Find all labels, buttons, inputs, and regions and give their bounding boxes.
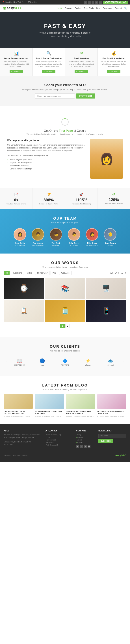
search-icon[interactable]: 🔍	[124, 7, 127, 10]
filter-print[interactable]: Print	[50, 271, 58, 275]
google-icon[interactable]: g+	[99, 1, 102, 4]
footer-logo[interactable]: easySEO	[116, 454, 126, 457]
avatar-1: 👩	[14, 228, 26, 241]
footer-company-contact[interactable]: Contact	[76, 441, 95, 444]
blog-card-4[interactable]: WEEKLY MEETING IN COMPANIES THINK ROOM B…	[97, 394, 126, 417]
footer-cat-5[interactable]: Web Columns (2)	[44, 444, 72, 446]
nav-blog[interactable]: Blog	[96, 7, 100, 9]
twitter-icon[interactable]: t	[88, 1, 91, 4]
help-desc: Our Consultancy SEO services provide res…	[7, 144, 87, 152]
list-item-1: Search Engine Optimization	[7, 158, 87, 161]
footer-company-list: Blog Portfolio About Contact	[76, 434, 95, 444]
footer-company-blog[interactable]: Blog	[76, 434, 95, 436]
footer-cat-2[interactable]: IT (1)	[44, 436, 72, 439]
seo-audit-button[interactable]: START AUDIT	[76, 94, 95, 98]
footer-company-portfolio[interactable]: Portfolio	[76, 436, 95, 439]
nav-resources[interactable]: Resources	[103, 7, 112, 9]
nav-services[interactable]: Services	[65, 7, 72, 9]
footer-about-title: ABOUT	[4, 430, 41, 432]
seo-check-title: Check your Website's SEO	[4, 83, 126, 87]
blog-post-meta-2: BY JACK · UNCATEGORIZED · 5 NEWS	[35, 416, 64, 417]
service-card-1: 📊 Online Presence Analysis We can analyz…	[0, 48, 32, 76]
service-btn-4[interactable]: READ MORE	[107, 70, 120, 73]
clients-next-button[interactable]: ›	[122, 358, 126, 366]
youtube-icon[interactable]: y	[92, 1, 94, 4]
filter-mobile[interactable]: Mobile	[25, 271, 34, 275]
newsletter-email-input[interactable]	[98, 434, 126, 438]
footer-youtube-icon[interactable]: y	[84, 445, 87, 448]
seo-check-desc: Enter your website to analyze your web p…	[4, 88, 126, 90]
newsletter-subscribe-button[interactable]: SUBSCRIBE	[98, 439, 113, 443]
blog-card-2[interactable]: TRAFFIC CONTROL TEST BY NEW YORK CABS BY…	[35, 394, 64, 417]
filter-photography[interactable]: Photography	[35, 271, 50, 275]
clients-row: ‹ 📖 SMARTBOOK 🔵 msp 🔷 ACCURAS ⚡ Infimus …	[4, 356, 126, 369]
work-item-4[interactable]: 📋 AGENDA	[4, 300, 44, 322]
client-icon-3: 🔷	[55, 358, 75, 364]
work-item-3[interactable]: 🖥️	[86, 278, 126, 299]
work-item-1[interactable]: ⌚	[4, 278, 44, 299]
service-btn-2[interactable]: READ MORE	[42, 70, 56, 73]
footer-facebook-icon[interactable]: f	[76, 445, 79, 448]
footer-address: Address: 301, Brooklyn, New York Tel: 00…	[4, 440, 41, 446]
footer-cat-4[interactable]: Security (2)	[44, 441, 72, 444]
filter-webapps[interactable]: Web Apps	[59, 271, 71, 275]
service-btn-3[interactable]: READ MORE	[74, 70, 88, 73]
page-1-button[interactable]: 1	[60, 324, 65, 328]
work-item-6[interactable]: 📱	[86, 300, 126, 322]
filter-illustrations[interactable]: Illustrations	[11, 271, 24, 275]
team-member-2: 👨 Ted Norton Digital Designer	[30, 228, 46, 246]
logo[interactable]: ◉ easySEO	[3, 6, 21, 10]
footer-grid: ABOUT We are a Search Engine Consulting …	[4, 430, 126, 448]
nav-contact[interactable]: Contact	[115, 7, 122, 9]
team-role-4: Art Director	[66, 244, 82, 246]
agenda-icon: 📋	[21, 307, 27, 313]
clients-prev-button[interactable]: ‹	[4, 358, 8, 366]
service-btn-1[interactable]: READ MORE	[10, 70, 23, 73]
cta-phone-button[interactable]: START FREE TRIAL NOW	[103, 1, 128, 4]
nav-home[interactable]: Home	[57, 7, 62, 10]
team-member-1: 👩 Jane Smith SEO Specialist	[12, 228, 28, 246]
seo-form: START AUDIT	[4, 94, 126, 98]
team-title: OUR TEAM	[4, 216, 126, 220]
service-card-3: ✉ Email Marketing Effective mass communi…	[65, 48, 98, 76]
stat-number-4: 129%	[100, 198, 128, 202]
team-section: OUR TEAM We're working hard to be good. …	[0, 209, 130, 254]
work-item-5[interactable]: 🫙	[45, 300, 85, 322]
stat-label-1: Growth in Keyword ranking	[2, 203, 30, 205]
footer-company-about[interactable]: About	[76, 439, 95, 441]
works-section: OUR WORKS View our case studies to see a…	[0, 254, 130, 337]
logo-icon: ◉	[3, 6, 6, 10]
avatar-3: 👦	[50, 228, 62, 241]
footer: ABOUT We are a Search Engine Consulting …	[0, 424, 130, 462]
stats-section: 📈 6x Growth in Keyword ranking 🏆 398% In…	[0, 188, 130, 209]
blog-card-1[interactable]: LIVE SUPPORT, KEY OF AN ENDLESS SATISFAC…	[4, 394, 33, 417]
filter-all[interactable]: All	[4, 271, 10, 275]
location-icon: 📍	[2, 1, 4, 3]
client-icon-4: ⚡	[78, 358, 98, 364]
page-2-button[interactable]: 2	[65, 324, 70, 328]
footer-cat-3[interactable]: Networking (1)	[44, 439, 72, 441]
footer-linkedin-icon[interactable]: in	[88, 445, 90, 448]
top-bar: 📍 Brooklyn, New York 📞 +1 234 56789 f t …	[0, 0, 130, 4]
nav-case-study[interactable]: Case Study	[84, 7, 94, 9]
list-item-4: Content Marketing Strategy	[7, 167, 87, 170]
service-desc-2: Find detailed analysis on our most power…	[35, 60, 63, 68]
work-item-2[interactable]: 📚	[45, 278, 85, 299]
sort-label[interactable]: SORT BY TITLE	[108, 271, 124, 275]
footer-twitter-icon[interactable]: t	[80, 445, 83, 448]
logo-text: easySEO	[7, 6, 21, 10]
footer-cat-1[interactable]: Cloud Computing (1)	[44, 434, 72, 436]
chevron-down-icon: ▾	[125, 272, 126, 274]
facebook-icon[interactable]: f	[84, 1, 87, 4]
service-desc-1: We can analyze, report dozens of more th…	[2, 60, 30, 68]
google-pre-title: Get On the First Page of Google	[4, 129, 126, 132]
stat-label-2: Increase in Organic Traffic	[35, 203, 63, 205]
nav-pricing[interactable]: Pricing	[75, 7, 81, 9]
navbar: ◉ easySEO Home Services Pricing Case Stu…	[0, 4, 130, 12]
client-logo-3: 🔷 ACCURAS	[54, 356, 76, 369]
team-member-3: 👦 Tory Scott Developer	[48, 228, 64, 246]
seo-domain-input[interactable]	[35, 94, 75, 98]
linkedin-icon[interactable]: in	[95, 1, 98, 4]
blog-card-3[interactable]: STRONG SERVERS, CUSTOMER FRIENDLY SERVIC…	[66, 394, 95, 417]
team-member-4: 👨 John Travis Art Director	[66, 228, 82, 246]
